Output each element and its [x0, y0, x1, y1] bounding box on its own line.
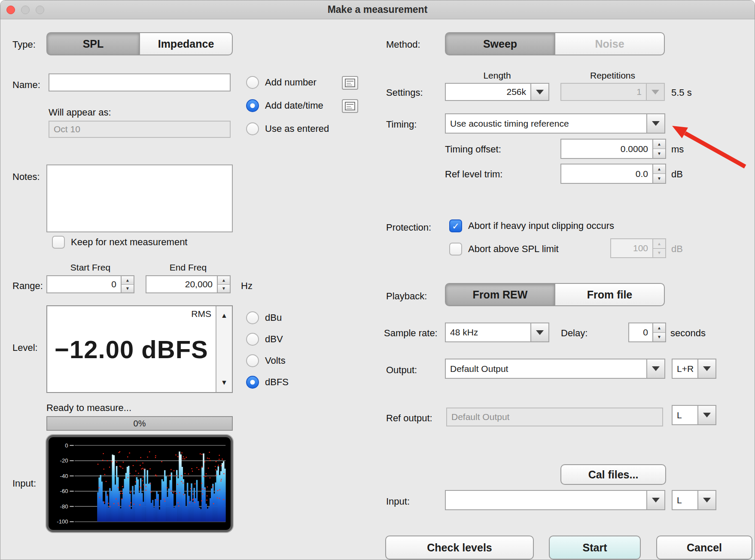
spin-up-icon[interactable]: ▲: [653, 323, 665, 333]
abort-spl-unit: dB: [671, 243, 683, 255]
type-impedance-button[interactable]: Impedance: [140, 32, 233, 55]
ref-level-trim-value[interactable]: 0.0: [561, 164, 652, 183]
radio-selected-icon[interactable]: [246, 376, 259, 389]
playback-from-rew-button[interactable]: From REW: [445, 283, 555, 306]
dropdown-arrow-icon[interactable]: [646, 359, 664, 378]
abort-clipping-label: Abort if heavy input clipping occurs: [468, 220, 614, 231]
type-spl-button[interactable]: SPL: [46, 32, 140, 55]
start-freq-value[interactable]: 0: [47, 276, 121, 292]
ref-output-channel-value: L: [673, 406, 697, 424]
method-sweep-button[interactable]: Sweep: [445, 32, 555, 55]
keep-for-next-checkbox-row[interactable]: Keep for next measurement: [52, 236, 187, 249]
dropdown-arrow-icon[interactable]: [697, 491, 715, 509]
progress-value: 0%: [134, 419, 146, 429]
playback-toggle: From REW From file: [445, 283, 665, 306]
unit-option-volts[interactable]: Volts: [246, 354, 286, 367]
output-dropdown[interactable]: Default Output: [445, 359, 665, 379]
input-value: [446, 491, 646, 509]
spin-up-icon[interactable]: ▲: [218, 276, 230, 285]
sample-rate-dropdown[interactable]: 48 kHz: [445, 323, 549, 342]
input-dropdown[interactable]: [445, 490, 665, 510]
unit-option-dbfs[interactable]: dBFS: [246, 376, 289, 389]
spin-up-icon[interactable]: ▲: [653, 140, 665, 149]
notes-input[interactable]: [46, 164, 233, 232]
naming-option-use-as-entered[interactable]: Use as entered: [246, 122, 329, 135]
length-header: Length: [445, 70, 549, 81]
close-button[interactable]: [6, 6, 15, 14]
checkbox-checked-icon[interactable]: ✓: [449, 219, 462, 232]
output-channel-dropdown[interactable]: L+R: [672, 359, 716, 379]
playback-from-file-button[interactable]: From file: [555, 283, 665, 306]
radio-selected-icon[interactable]: [246, 99, 259, 112]
timing-offset-spinner[interactable]: 0.0000 ▲ ▼: [560, 139, 666, 159]
output-value: Default Output: [446, 359, 646, 378]
title-bar: Make a measurement: [0, 0, 755, 19]
end-freq-value[interactable]: 20,000: [146, 276, 217, 292]
dropdown-arrow-icon[interactable]: [697, 359, 715, 378]
datetime-format-button[interactable]: [342, 99, 358, 113]
sweep-duration: 5.5 s: [671, 87, 692, 98]
end-freq-header: End Freq: [146, 262, 231, 273]
delay-spinner[interactable]: 0 ▲ ▼: [628, 323, 666, 342]
name-label: Name:: [12, 79, 40, 91]
dropdown-arrow-icon[interactable]: [646, 491, 664, 509]
timing-offset-value[interactable]: 0.0000: [561, 140, 652, 158]
ref-output-channel-dropdown[interactable]: L: [672, 405, 716, 425]
spin-down-icon[interactable]: ▼: [653, 333, 665, 342]
dropdown-arrow-icon[interactable]: [697, 406, 715, 424]
start-freq-spinner[interactable]: 0 ▲ ▼: [46, 275, 134, 293]
ref-level-trim-spinner[interactable]: 0.0 ▲ ▼: [560, 164, 666, 184]
scroll-down-icon[interactable]: ▼: [216, 373, 232, 392]
spin-up-icon: ▲: [653, 239, 665, 249]
input-channel-dropdown[interactable]: L: [672, 490, 716, 510]
spin-down-icon[interactable]: ▼: [653, 174, 665, 183]
spin-down-icon[interactable]: ▼: [122, 285, 134, 293]
checkbox-icon[interactable]: [52, 236, 65, 249]
radio-icon[interactable]: [246, 354, 259, 367]
number-format-button[interactable]: [342, 76, 358, 90]
scroll-track[interactable]: [216, 325, 232, 373]
will-appear-value: Oct 10: [49, 121, 231, 138]
radio-icon[interactable]: [246, 333, 259, 346]
start-button[interactable]: Start: [549, 536, 641, 560]
checkbox-icon[interactable]: [449, 243, 462, 256]
start-freq-header: Start Freq: [46, 262, 134, 273]
level-scrollbar[interactable]: ▲ ▼: [216, 306, 232, 392]
check-levels-button[interactable]: Check levels: [385, 536, 534, 560]
dropdown-arrow-icon[interactable]: [646, 114, 664, 133]
dropdown-arrow-icon[interactable]: [530, 323, 548, 341]
cal-files-button[interactable]: Cal files...: [560, 464, 666, 485]
spin-down-icon[interactable]: ▼: [653, 149, 665, 158]
cancel-button[interactable]: Cancel: [656, 536, 752, 560]
number-format-icon: [345, 79, 355, 87]
naming-option-add-number[interactable]: Add number: [246, 76, 317, 89]
naming-option-add-datetime[interactable]: Add date/time: [246, 99, 323, 112]
input-channel-value: L: [673, 491, 697, 509]
radio-icon[interactable]: [246, 76, 259, 89]
svg-text:-40: -40: [60, 473, 68, 479]
ref-level-trim-unit: dB: [671, 169, 683, 180]
length-dropdown[interactable]: 256k: [445, 83, 549, 101]
timing-dropdown[interactable]: Use acoustic timing reference: [445, 113, 665, 134]
unit-option-dbu[interactable]: dBu: [246, 311, 282, 324]
input-spectrum-meter: 0-20-40-60-80-100: [46, 435, 233, 532]
end-freq-spinner[interactable]: 20,000 ▲ ▼: [146, 275, 231, 293]
abort-clipping-checkbox-row[interactable]: ✓ Abort if heavy input clipping occurs: [449, 219, 614, 232]
timing-label: Timing:: [386, 119, 417, 130]
radio-icon[interactable]: [246, 122, 259, 135]
level-value: −12.00 dBFS: [47, 335, 216, 364]
window-controls: [6, 6, 44, 14]
dropdown-arrow-icon[interactable]: [530, 84, 548, 100]
spin-down-icon[interactable]: ▼: [218, 285, 230, 293]
delay-value[interactable]: 0: [629, 323, 652, 341]
scroll-up-icon[interactable]: ▲: [216, 306, 232, 325]
radio-icon[interactable]: [246, 311, 259, 324]
spin-up-icon[interactable]: ▲: [122, 276, 134, 285]
repetitions-header: Repetitions: [560, 70, 665, 81]
abort-spl-checkbox-row[interactable]: Abort above SPL limit: [449, 243, 559, 256]
method-noise-button[interactable]: Noise: [555, 32, 665, 55]
name-input[interactable]: [49, 73, 231, 91]
spin-up-icon[interactable]: ▲: [653, 164, 665, 174]
unit-option-dbv[interactable]: dBV: [246, 333, 283, 346]
abort-spl-spinner: 100 ▲ ▼: [610, 238, 666, 258]
